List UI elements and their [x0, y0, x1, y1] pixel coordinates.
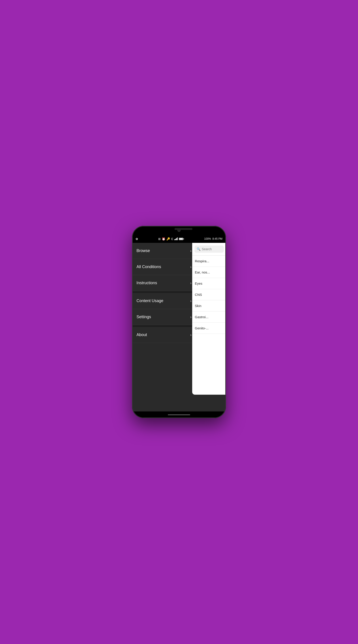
alarm-icon: ⏰ — [162, 237, 165, 240]
signal-strength-icon — [174, 238, 178, 240]
nav-drawer: Browse › All Conditions › Instructions ›… — [132, 243, 196, 412]
key-icon: 🔑 — [166, 237, 170, 240]
phone-device: ✿ ⊞ ⏰ 🔑 E 100% 8:45 PM — [132, 226, 226, 418]
battery-percent: 100% — [204, 237, 211, 240]
nav-item-about[interactable]: About › — [132, 327, 196, 343]
phone-top — [132, 226, 226, 235]
category-item-gastro[interactable]: Gastroi... — [192, 312, 226, 323]
search-bar[interactable]: 🔍 — [194, 246, 224, 253]
nav-separator-2 — [132, 325, 196, 327]
nav-item-browse[interactable]: Browse › — [132, 243, 196, 259]
search-input[interactable] — [202, 247, 221, 251]
status-center-icons: ⊞ ⏰ 🔑 E — [158, 237, 184, 240]
search-icon: 🔍 — [197, 247, 200, 251]
network-type-label: E — [171, 237, 173, 240]
category-list: Respira... Ear, nos... Eyes CNS Skin Gas… — [192, 255, 226, 395]
time-display: 8:45 PM — [212, 237, 222, 240]
category-item-ear-nose[interactable]: Ear, nos... — [192, 267, 226, 278]
battery-icon — [179, 238, 184, 240]
nav-item-content-usage[interactable]: Content Usage › — [132, 293, 196, 309]
camera-icon: ✿ — [136, 237, 138, 240]
nav-item-all-conditions[interactable]: All Conditions › — [132, 259, 196, 275]
app-content: Browse › All Conditions › Instructions ›… — [132, 243, 226, 412]
status-right: 100% 8:45 PM — [204, 237, 222, 240]
category-item-skin[interactable]: Skin — [192, 300, 226, 312]
right-panel: 🔍 Respira... Ear, nos... Eyes CNS Skin G… — [192, 243, 226, 395]
category-item-eyes[interactable]: Eyes — [192, 278, 226, 289]
nav-content-usage-arrow: › — [190, 299, 191, 303]
nav-settings-arrow: › — [190, 315, 191, 319]
status-bar: ✿ ⊞ ⏰ 🔑 E 100% 8:45 PM — [132, 235, 226, 243]
category-item-genito[interactable]: Genito-... — [192, 323, 226, 334]
speaker — [175, 228, 192, 230]
nav-settings-label: Settings — [137, 314, 151, 319]
nav-about-arrow: › — [190, 333, 191, 337]
nav-browse-arrow: › — [190, 249, 191, 253]
nav-browse-label: Browse — [137, 248, 150, 253]
cast-icon: ⊞ — [158, 237, 161, 240]
nav-all-conditions-label: All Conditions — [137, 264, 161, 269]
category-item-cns[interactable]: CNS — [192, 289, 226, 300]
phone-bottom — [132, 412, 226, 418]
nav-about-label: About — [137, 332, 147, 337]
nav-item-instructions[interactable]: Instructions › — [132, 275, 196, 291]
nav-instructions-arrow: › — [190, 281, 191, 285]
nav-content-usage-label: Content Usage — [137, 298, 163, 303]
nav-separator-1 — [132, 291, 196, 293]
nav-item-settings[interactable]: Settings › — [132, 309, 196, 325]
nav-instructions-label: Instructions — [137, 281, 157, 285]
home-indicator — [168, 414, 190, 415]
status-left-icons: ✿ — [136, 237, 138, 240]
nav-all-conditions-arrow: › — [190, 265, 191, 269]
category-item-respiratory[interactable]: Respira... — [192, 256, 226, 267]
